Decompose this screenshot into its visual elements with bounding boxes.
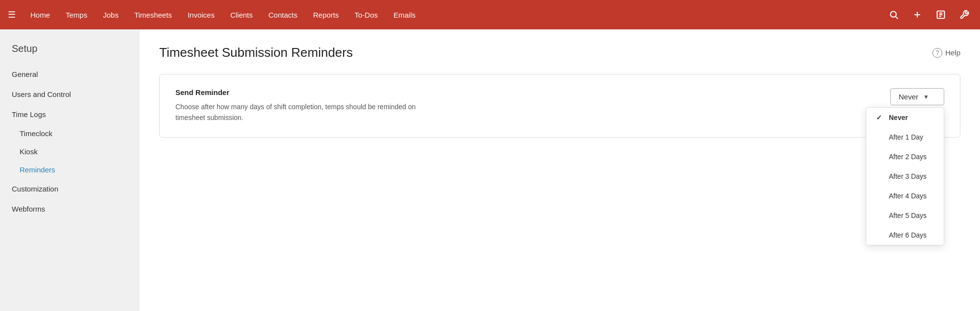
nav-invoices[interactable]: Invoices: [181, 7, 221, 23]
nav-icon-group: [886, 7, 972, 23]
card-text: Send Reminder Choose after how many days…: [175, 88, 430, 123]
sidebar: Setup General Users and Control Time Log…: [0, 29, 140, 311]
top-nav: ☰ Home Temps Jobs Timesheets Invoices Cl…: [0, 0, 980, 29]
help-link[interactable]: ? Help: [932, 48, 960, 58]
nav-home[interactable]: Home: [24, 7, 57, 23]
card-label: Send Reminder: [175, 88, 430, 96]
dropdown-option-3days[interactable]: After 3 Days: [866, 167, 944, 186]
sidebar-sub-item-kiosk[interactable]: Kiosk: [0, 143, 140, 161]
sidebar-sub-item-timeclock[interactable]: Timeclock: [0, 124, 140, 143]
sidebar-item-customization[interactable]: Customization: [0, 179, 140, 199]
dropdown-option-5days[interactable]: After 5 Days: [866, 206, 944, 225]
page-title: Timesheet Submission Reminders: [159, 45, 353, 60]
dropdown-option-label: Never: [889, 114, 908, 121]
nav-temps[interactable]: Temps: [59, 7, 94, 23]
check-icon: ✓: [876, 114, 884, 121]
sidebar-item-users-control[interactable]: Users and Control: [0, 84, 140, 104]
dropdown-option-6days[interactable]: After 6 Days: [866, 225, 944, 245]
sidebar-item-general[interactable]: General: [0, 64, 140, 84]
sidebar-title: Setup: [0, 43, 140, 64]
nav-jobs[interactable]: Jobs: [96, 7, 125, 23]
dropdown-selected-value: Never: [899, 93, 918, 101]
nav-reports[interactable]: Reports: [306, 7, 346, 23]
nav-items: Home Temps Jobs Timesheets Invoices Clie…: [24, 7, 886, 23]
dropdown-option-4days[interactable]: After 4 Days: [866, 186, 944, 206]
settings-icon[interactable]: [956, 7, 972, 23]
dropdown-option-1day[interactable]: After 1 Day: [866, 127, 944, 147]
nav-timesheets[interactable]: Timesheets: [127, 7, 179, 23]
send-reminder-card: Send Reminder Choose after how many days…: [159, 74, 960, 138]
hamburger-icon[interactable]: ☰: [8, 9, 16, 20]
reminder-dropdown-menu: ✓ Never After 1 Day After 2 Days After 3…: [866, 107, 944, 245]
nav-emails[interactable]: Emails: [387, 7, 422, 23]
main-layout: Setup General Users and Control Time Log…: [0, 29, 980, 311]
nav-clients[interactable]: Clients: [223, 7, 260, 23]
sidebar-item-time-logs[interactable]: Time Logs: [0, 104, 140, 124]
search-icon[interactable]: [886, 7, 902, 23]
reminder-dropdown-wrapper: Never ▼ ✓ Never After 1 Day After 2 Days: [890, 88, 944, 105]
sidebar-sub-item-reminders[interactable]: Reminders: [0, 161, 140, 179]
svg-point-0: [890, 11, 896, 17]
reminder-dropdown-button[interactable]: Never ▼: [890, 88, 944, 105]
add-icon[interactable]: [909, 7, 925, 23]
content-header: Timesheet Submission Reminders ? Help: [159, 45, 960, 60]
dropdown-option-label: After 5 Days: [889, 212, 927, 219]
chevron-down-icon: ▼: [923, 94, 929, 100]
dropdown-option-label: After 2 Days: [889, 153, 927, 161]
dropdown-option-2days[interactable]: After 2 Days: [866, 147, 944, 167]
profile-icon[interactable]: [933, 7, 949, 23]
dropdown-option-never[interactable]: ✓ Never: [866, 108, 944, 127]
svg-line-1: [896, 17, 898, 19]
dropdown-option-label: After 4 Days: [889, 192, 927, 200]
dropdown-option-label: After 1 Day: [889, 133, 923, 141]
dropdown-option-label: After 6 Days: [889, 231, 927, 239]
content-area: Timesheet Submission Reminders ? Help Se…: [140, 29, 980, 311]
card-description: Choose after how many days of shift comp…: [175, 101, 430, 123]
sidebar-item-webforms[interactable]: Webforms: [0, 199, 140, 219]
nav-todos[interactable]: To-Dos: [348, 7, 385, 23]
help-label: Help: [945, 48, 960, 57]
dropdown-option-label: After 3 Days: [889, 172, 927, 180]
nav-contacts[interactable]: Contacts: [262, 7, 304, 23]
help-circle-icon: ?: [932, 48, 942, 58]
